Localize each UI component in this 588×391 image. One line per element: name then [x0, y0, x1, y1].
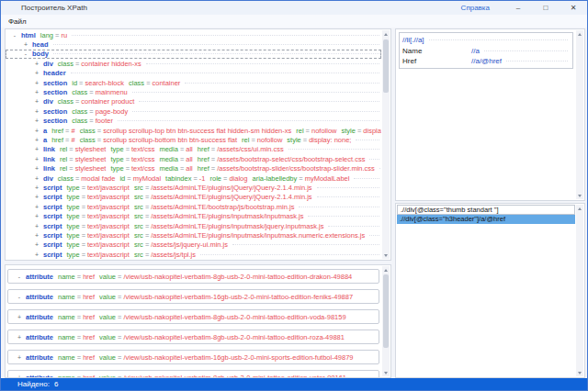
- tree-node-a[interactable]: +ahref=#class=scrollup scrollup-bottom b…: [6, 135, 381, 144]
- scroll-up-button[interactable]: [576, 30, 583, 38]
- help-link[interactable]: Справка: [461, 4, 490, 12]
- app-window: Построитель XPath Справка – □ ✕ Файл -ht…: [0, 0, 588, 391]
- attr-name: tabindex: [165, 174, 191, 183]
- expand-toggle-icon[interactable]: +: [16, 314, 23, 320]
- tree-node-div[interactable]: +divclass=container hidden-xs: [6, 59, 381, 68]
- scroll-up-button[interactable]: [576, 205, 583, 212]
- tree-node-div[interactable]: +divclass=container product: [6, 97, 381, 106]
- expand-toggle-icon[interactable]: +: [16, 334, 23, 341]
- expand-toggle-icon[interactable]: +: [33, 61, 40, 67]
- expand-toggle-icon[interactable]: +: [33, 165, 40, 172]
- expand-toggle-icon[interactable]: +: [33, 108, 40, 115]
- result-row[interactable]: +attributename=hrefvalue=/view/usb-nakop…: [7, 370, 379, 377]
- tree-node-script[interactable]: +scripttype=text/javascriptsrc=/assets/A…: [6, 193, 381, 202]
- tree-node-section[interactable]: +sectionclass=footer: [6, 117, 381, 126]
- expand-toggle-icon[interactable]: +: [33, 98, 40, 105]
- scroll-down-button[interactable]: [576, 192, 583, 199]
- tree-node-section[interactable]: +sectionclass=page-body: [6, 106, 381, 116]
- expand-toggle-icon[interactable]: -: [22, 50, 29, 57]
- tree-node-body[interactable]: -body: [6, 50, 381, 59]
- equals-sign: =: [118, 293, 121, 301]
- field-xpath[interactable]: //a/@href: [471, 57, 502, 65]
- tree-node-script[interactable]: +scripttype=text/javascriptsrc=/assets/A…: [6, 221, 381, 230]
- dotted-leader: [132, 92, 379, 93]
- tree-node-script[interactable]: +scripttype=text/javascriptsrc=/assets/j…: [6, 250, 381, 259]
- tree-node-div[interactable]: +divclass=modal fadeid=myModaltabindex=-…: [6, 173, 381, 183]
- tree-node-script[interactable]: +scripttype=text/javascriptsrc=/assets/A…: [6, 202, 381, 211]
- expand-toggle-icon[interactable]: -: [16, 294, 23, 300]
- results-scrollbar[interactable]: [382, 266, 390, 376]
- attr-name: type: [110, 155, 123, 163]
- expand-toggle-icon[interactable]: +: [16, 374, 23, 378]
- expand-toggle-icon[interactable]: +: [33, 80, 40, 86]
- result-row[interactable]: -attributename=hrefvalue=/view/usb-nakop…: [7, 289, 379, 304]
- expand-toggle-icon[interactable]: +: [33, 70, 40, 76]
- expand-toggle-icon[interactable]: -: [16, 274, 23, 280]
- expand-toggle-icon[interactable]: +: [33, 89, 40, 95]
- expand-toggle-icon[interactable]: +: [33, 223, 40, 229]
- expand-toggle-icon[interactable]: +: [33, 251, 40, 258]
- scroll-down-button[interactable]: [382, 251, 390, 259]
- query-scrollbar[interactable]: [576, 30, 583, 199]
- minimize-button[interactable]: –: [504, 1, 532, 15]
- expand-toggle-icon[interactable]: +: [33, 241, 40, 248]
- tree-node-a[interactable]: +ahref=#class=scrollup scrollup-top btn …: [6, 126, 381, 135]
- menu-file[interactable]: Файл: [1, 17, 34, 26]
- expand-toggle-icon[interactable]: +: [33, 213, 40, 219]
- xpath-item[interactable]: .//div[@class="h3header"]/a/@href: [397, 215, 575, 225]
- scroll-down-button[interactable]: [382, 369, 390, 376]
- field-xpath[interactable]: //a: [471, 47, 480, 55]
- attr-value: dialog: [229, 174, 247, 183]
- expand-toggle-icon[interactable]: +: [33, 146, 40, 152]
- tree-scrollbar[interactable]: [382, 30, 390, 259]
- tree-node-link[interactable]: +linkrel=stylesheettype=text/cssmedia=al…: [6, 154, 381, 163]
- tree-node-script[interactable]: +scripttype=text/javascriptsrc=/assets/j…: [6, 240, 381, 250]
- tree-node-section[interactable]: +sectionclass=mainmenu: [6, 87, 381, 96]
- xpath-scrollbar[interactable]: [576, 205, 583, 376]
- expand-toggle-icon[interactable]: +: [33, 128, 40, 134]
- tree-node-script[interactable]: +scripttype=text/javascriptsrc=/assets/A…: [6, 183, 381, 192]
- result-row[interactable]: +attributename=hrefvalue=/view/usb-nakop…: [7, 330, 379, 344]
- attr-name: media: [159, 145, 177, 153]
- expand-toggle-icon[interactable]: +: [33, 204, 40, 210]
- expand-toggle-icon[interactable]: +: [33, 232, 40, 239]
- result-row[interactable]: +attributename=hrefvalue=/view/usb-nakop…: [7, 309, 379, 324]
- tree-node-head[interactable]: +head: [6, 39, 381, 49]
- expand-toggle-icon[interactable]: +: [16, 354, 23, 361]
- scroll-up-button[interactable]: [382, 266, 390, 274]
- xpath-item[interactable]: .//div[@class="thumb standart "]: [397, 205, 575, 215]
- expand-toggle-icon[interactable]: +: [33, 156, 40, 162]
- tree-node-section[interactable]: +sectionid=search-blockclass=container: [6, 78, 381, 87]
- equals-sign: =: [180, 155, 184, 163]
- close-button[interactable]: ✕: [560, 1, 587, 15]
- dotted-leader: [356, 140, 379, 140]
- expand-toggle-icon[interactable]: -: [11, 32, 18, 39]
- expand-toggle-icon[interactable]: +: [33, 117, 40, 124]
- dom-tree: -htmllang=ru+head-body+divclass=containe…: [6, 29, 381, 260]
- expand-toggle-icon[interactable]: +: [33, 137, 40, 143]
- scroll-thumb[interactable]: [383, 39, 389, 93]
- scroll-up-button[interactable]: [382, 30, 390, 38]
- tree-node-link[interactable]: +linkrel=stylesheettype=text/cssmedia=al…: [6, 145, 381, 154]
- scroll-thumb[interactable]: [383, 274, 389, 348]
- expand-toggle-icon[interactable]: +: [33, 194, 40, 200]
- tree-node-header[interactable]: +header: [6, 69, 381, 78]
- equals-sign: =: [89, 88, 93, 96]
- tree-node-link[interactable]: +linkrel=stylesheettype=text/cssmedia=al…: [6, 163, 381, 173]
- query-input[interactable]: //li[.//a]: [402, 34, 570, 46]
- dotted-leader: [484, 50, 568, 51]
- maximize-button[interactable]: □: [532, 1, 560, 15]
- expand-toggle-icon[interactable]: +: [33, 184, 40, 191]
- result-row[interactable]: +attributename=hrefvalue=/view/usb-nakop…: [7, 350, 379, 364]
- scroll-down-button[interactable]: [576, 369, 583, 376]
- result-row[interactable]: -attributename=hrefvalue=/view/usb-nakop…: [7, 269, 379, 284]
- expand-toggle-icon[interactable]: +: [22, 41, 29, 48]
- tree-node-script[interactable]: +scripttype=text/javascriptsrc=/assets/A…: [6, 230, 381, 240]
- tree-node-html[interactable]: -htmllang=ru: [6, 30, 381, 39]
- tree-node-script[interactable]: +scripttype=text/javascriptsrc=/assets/A…: [6, 211, 381, 220]
- equals-sign: =: [357, 127, 361, 135]
- attr-value: href: [83, 273, 95, 281]
- attr-name: type: [66, 222, 79, 230]
- query-text: //li[.//a]: [402, 36, 424, 44]
- expand-toggle-icon[interactable]: +: [33, 175, 40, 182]
